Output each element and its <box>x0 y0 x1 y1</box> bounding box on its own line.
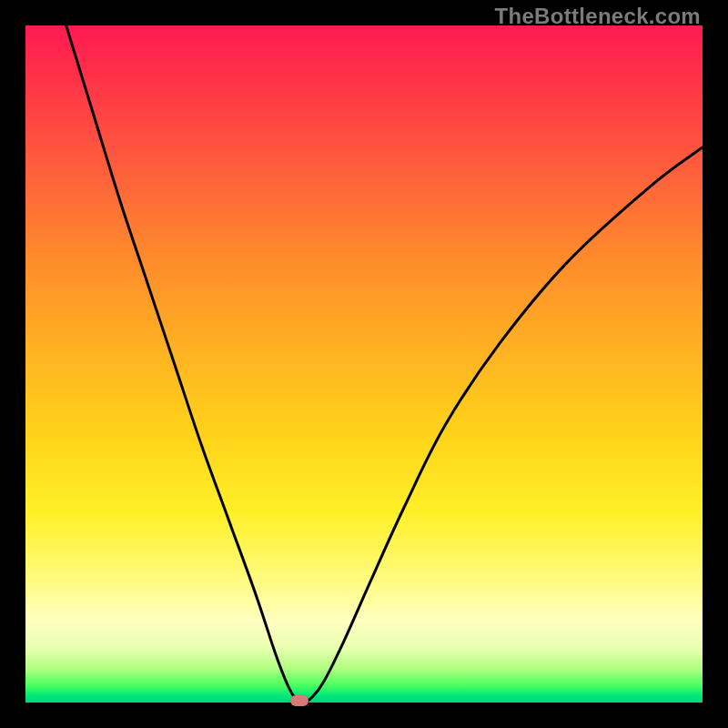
chart-frame: TheBottleneck.com <box>0 0 728 728</box>
curve-svg <box>25 25 703 703</box>
plot-area <box>25 25 703 703</box>
bottleneck-curve-path <box>66 25 703 703</box>
minimum-marker <box>290 695 308 706</box>
